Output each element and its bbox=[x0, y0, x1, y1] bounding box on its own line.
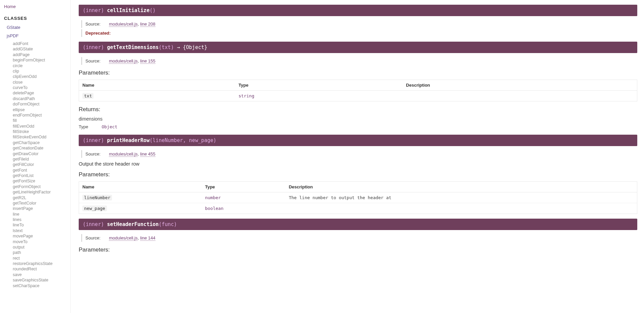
fn-scope: (inner) bbox=[83, 7, 104, 13]
source-row: Source: modules/cell.js, line 144 bbox=[81, 234, 637, 242]
method-link-ellipse[interactable]: ellipse bbox=[13, 107, 70, 113]
method-link-clip[interactable]: clip bbox=[13, 69, 70, 74]
paren-open: ( bbox=[159, 221, 162, 227]
method-list-item: addFont bbox=[13, 41, 70, 46]
method-link-addFont[interactable]: addFont bbox=[13, 41, 70, 46]
method-link-lines[interactable]: lines bbox=[13, 217, 70, 222]
method-link-save[interactable]: save bbox=[13, 272, 70, 277]
method-link-getFontSize[interactable]: getFontSize bbox=[13, 178, 70, 184]
param-name: lineNumber bbox=[82, 195, 112, 200]
method-link-getTextColor[interactable]: getTextColor bbox=[13, 200, 70, 206]
source-link-line[interactable]: line 455 bbox=[140, 151, 156, 157]
param-type: boolean bbox=[205, 206, 224, 211]
col-name: Name bbox=[79, 80, 235, 91]
method-link-restoreGraphicsState[interactable]: restoreGraphicsState bbox=[13, 261, 70, 266]
method-link-discardPath[interactable]: discardPath bbox=[13, 96, 70, 101]
method-list-item: fill bbox=[13, 118, 70, 123]
method-link-curveTo[interactable]: curveTo bbox=[13, 85, 70, 90]
source-link-file[interactable]: modules/cell.js bbox=[109, 235, 138, 241]
param-name: txt bbox=[82, 93, 93, 99]
method-list-item: saveGraphicsState bbox=[13, 277, 70, 283]
source-label: Source: bbox=[85, 58, 109, 63]
method-link-fillEvenOdd[interactable]: fillEvenOdd bbox=[13, 124, 70, 129]
method-link-roundedRect[interactable]: roundedRect bbox=[13, 266, 70, 272]
method-list-item: moveTo bbox=[13, 239, 70, 244]
method-link-getDrawColor[interactable]: getDrawColor bbox=[13, 151, 70, 156]
method-link-rect[interactable]: rect bbox=[13, 256, 70, 261]
method-link-getFillColor[interactable]: getFillColor bbox=[13, 162, 70, 167]
app-layout: Home CLASSES GState jsPDF addFontaddGSta… bbox=[0, 0, 644, 313]
method-link-fill[interactable]: fill bbox=[13, 118, 70, 123]
source-value: modules/cell.js, line 155 bbox=[109, 58, 155, 63]
source-link-line[interactable]: line 155 bbox=[140, 58, 156, 64]
method-list-item: getFillColor bbox=[13, 162, 70, 167]
method-list-item: doFormObject bbox=[13, 101, 70, 107]
method-link-movePage[interactable]: movePage bbox=[13, 233, 70, 239]
fn-name: cellInitialize bbox=[107, 7, 149, 13]
method-link-getFontList[interactable]: getFontList bbox=[13, 173, 70, 178]
method-link-getLineHeightFactor[interactable]: getLineHeightFactor bbox=[13, 189, 70, 195]
method-link-getFont[interactable]: getFont bbox=[13, 168, 70, 173]
method-link-clipEvenOdd[interactable]: clipEvenOdd bbox=[13, 74, 70, 79]
method-link-getCreationDate[interactable]: getCreationDate bbox=[13, 145, 70, 151]
method-link-insertPage[interactable]: insertPage bbox=[13, 206, 70, 211]
fn-header-setHeaderFunction: (inner) setHeaderFunction(func) bbox=[79, 219, 637, 230]
source-value: modules/cell.js, line 208 bbox=[109, 21, 155, 27]
method-link-beginFormObject[interactable]: beginFormObject bbox=[13, 57, 70, 63]
method-link-path[interactable]: path bbox=[13, 250, 70, 255]
fn-name: getTextDimensions bbox=[107, 44, 159, 50]
class-link-gstate[interactable]: GState bbox=[4, 24, 70, 31]
main-content: (inner) cellInitialize() Source: modules… bbox=[71, 0, 644, 313]
source-label: Source: bbox=[85, 151, 109, 156]
method-list-item: getFontSize bbox=[13, 178, 70, 184]
method-link-line[interactable]: line bbox=[13, 212, 70, 217]
parameters-heading: Parameters: bbox=[79, 171, 637, 178]
method-link-moveTo[interactable]: moveTo bbox=[13, 239, 70, 244]
method-link-circle[interactable]: circle bbox=[13, 63, 70, 69]
method-list-item: output bbox=[13, 244, 70, 250]
col-type: Type bbox=[202, 182, 286, 192]
fn-header-cellInitialize: (inner) cellInitialize() bbox=[79, 5, 637, 16]
method-link-lineTo[interactable]: lineTo bbox=[13, 222, 70, 228]
method-link-deletePage[interactable]: deletePage bbox=[13, 90, 70, 96]
method-link-endFormObject[interactable]: endFormObject bbox=[13, 113, 70, 118]
method-list-item: roundedRect bbox=[13, 266, 70, 272]
param-row: txt string bbox=[79, 91, 637, 101]
deprecated-row: Deprecated: bbox=[81, 29, 637, 37]
method-link-addPage[interactable]: addPage bbox=[13, 52, 70, 57]
method-link-fillStrokeEvenOdd[interactable]: fillStrokeEvenOdd bbox=[13, 134, 70, 140]
param-row: lineNumber number The line number to out… bbox=[79, 192, 637, 203]
method-link-getR2L[interactable]: getR2L bbox=[13, 195, 70, 200]
params-table: Name Type Description lineNumber number … bbox=[79, 181, 637, 214]
method-link-getCharSpace[interactable]: getCharSpace bbox=[13, 140, 70, 145]
method-list-item: fillStrokeEvenOdd bbox=[13, 134, 70, 140]
source-value: modules/cell.js, line 455 bbox=[109, 151, 155, 156]
method-list-item: getLineHeightFactor bbox=[13, 189, 70, 195]
source-row: Source: modules/cell.js, line 208 bbox=[81, 20, 637, 28]
source-link-file[interactable]: modules/cell.js bbox=[109, 58, 138, 64]
source-link-line[interactable]: line 144 bbox=[140, 235, 156, 241]
method-list-item: restoreGraphicsState bbox=[13, 261, 70, 266]
home-link[interactable]: Home bbox=[4, 3, 70, 13]
method-link-lstext[interactable]: lstext bbox=[13, 228, 70, 233]
class-link-jspdf[interactable]: jsPDF bbox=[4, 33, 70, 39]
method-link-saveGraphicsState[interactable]: saveGraphicsState bbox=[13, 277, 70, 283]
source-sep: , bbox=[138, 235, 140, 240]
method-list-item: deletePage bbox=[13, 90, 70, 96]
params-table: Name Type Description txt string bbox=[79, 80, 637, 101]
method-link-getFileId[interactable]: getFileId bbox=[13, 156, 70, 162]
method-link-close[interactable]: close bbox=[13, 80, 70, 85]
source-link-file[interactable]: modules/cell.js bbox=[109, 151, 138, 157]
method-link-addGState[interactable]: addGState bbox=[13, 46, 70, 52]
method-link-getFormObject[interactable]: getFormObject bbox=[13, 184, 70, 189]
source-link-line[interactable]: line 208 bbox=[140, 21, 156, 27]
method-link-setCharSpace[interactable]: setCharSpace bbox=[13, 283, 70, 288]
method-list-item: clipEvenOdd bbox=[13, 74, 70, 79]
method-link-fillStroke[interactable]: fillStroke bbox=[13, 129, 70, 134]
param-type: number bbox=[205, 195, 221, 200]
method-link-output[interactable]: output bbox=[13, 244, 70, 250]
method-link-doFormObject[interactable]: doFormObject bbox=[13, 101, 70, 107]
source-row: Source: modules/cell.js, line 455 bbox=[81, 150, 637, 158]
fn-scope: (inner) bbox=[83, 44, 104, 50]
source-link-file[interactable]: modules/cell.js bbox=[109, 21, 138, 27]
